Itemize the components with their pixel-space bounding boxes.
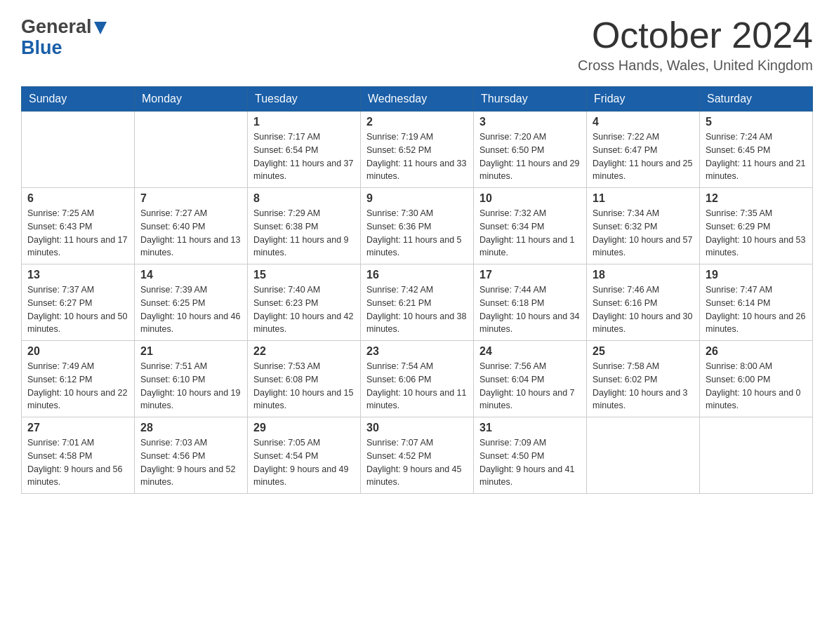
day-number: 15 bbox=[253, 269, 355, 281]
logo-general: General bbox=[21, 17, 92, 38]
day-number: 3 bbox=[479, 116, 581, 128]
calendar-cell: 25Sunrise: 7:58 AMSunset: 6:02 PMDayligh… bbox=[587, 341, 700, 417]
day-info: Sunrise: 7:25 AMSunset: 6:43 PMDaylight:… bbox=[27, 207, 128, 260]
calendar-cell: 18Sunrise: 7:46 AMSunset: 6:16 PMDayligh… bbox=[587, 264, 700, 341]
calendar-cell: 22Sunrise: 7:53 AMSunset: 6:08 PMDayligh… bbox=[248, 341, 361, 417]
calendar-cell: 24Sunrise: 7:56 AMSunset: 6:04 PMDayligh… bbox=[474, 341, 587, 417]
day-info: Sunrise: 7:35 AMSunset: 6:29 PMDaylight:… bbox=[706, 207, 807, 260]
calendar-cell bbox=[700, 417, 813, 494]
day-info: Sunrise: 7:42 AMSunset: 6:21 PMDaylight:… bbox=[366, 283, 468, 336]
calendar-week-row: 1Sunrise: 7:17 AMSunset: 6:54 PMDaylight… bbox=[22, 112, 813, 188]
day-number: 18 bbox=[593, 269, 694, 281]
calendar-cell: 4Sunrise: 7:22 AMSunset: 6:47 PMDaylight… bbox=[587, 112, 700, 188]
calendar-cell: 6Sunrise: 7:25 AMSunset: 6:43 PMDaylight… bbox=[22, 188, 135, 264]
day-number: 31 bbox=[479, 422, 581, 434]
day-number: 19 bbox=[706, 269, 807, 281]
day-number: 30 bbox=[366, 422, 468, 434]
logo-triangle-icon bbox=[94, 22, 107, 34]
calendar-week-row: 20Sunrise: 7:49 AMSunset: 6:12 PMDayligh… bbox=[22, 341, 813, 417]
day-info: Sunrise: 7:29 AMSunset: 6:38 PMDaylight:… bbox=[253, 207, 355, 260]
calendar-cell bbox=[22, 112, 135, 188]
day-info: Sunrise: 7:58 AMSunset: 6:02 PMDaylight:… bbox=[593, 360, 694, 412]
day-number: 23 bbox=[366, 345, 468, 358]
calendar-cell: 9Sunrise: 7:30 AMSunset: 6:36 PMDaylight… bbox=[361, 188, 474, 264]
day-number: 28 bbox=[140, 422, 241, 434]
day-info: Sunrise: 7:47 AMSunset: 6:14 PMDaylight:… bbox=[706, 283, 807, 336]
calendar-cell: 14Sunrise: 7:39 AMSunset: 6:25 PMDayligh… bbox=[135, 264, 248, 341]
calendar-cell: 26Sunrise: 8:00 AMSunset: 6:00 PMDayligh… bbox=[700, 341, 813, 417]
calendar-cell: 3Sunrise: 7:20 AMSunset: 6:50 PMDaylight… bbox=[474, 112, 587, 188]
day-number: 6 bbox=[27, 192, 128, 205]
day-info: Sunrise: 7:07 AMSunset: 4:52 PMDaylight:… bbox=[366, 436, 468, 489]
calendar-cell: 20Sunrise: 7:49 AMSunset: 6:12 PMDayligh… bbox=[22, 341, 135, 417]
day-info: Sunrise: 7:56 AMSunset: 6:04 PMDaylight:… bbox=[479, 360, 581, 412]
calendar-cell: 27Sunrise: 7:01 AMSunset: 4:58 PMDayligh… bbox=[22, 417, 135, 494]
location: Cross Hands, Wales, United Kingdom bbox=[578, 58, 813, 74]
day-info: Sunrise: 7:51 AMSunset: 6:10 PMDaylight:… bbox=[140, 360, 241, 412]
calendar-header-row: SundayMondayTuesdayWednesdayThursdayFrid… bbox=[22, 87, 813, 112]
calendar-cell: 23Sunrise: 7:54 AMSunset: 6:06 PMDayligh… bbox=[361, 341, 474, 417]
day-number: 2 bbox=[366, 116, 468, 128]
day-number: 5 bbox=[706, 116, 807, 128]
day-number: 12 bbox=[706, 192, 807, 205]
calendar-cell: 30Sunrise: 7:07 AMSunset: 4:52 PMDayligh… bbox=[361, 417, 474, 494]
calendar-cell: 16Sunrise: 7:42 AMSunset: 6:21 PMDayligh… bbox=[361, 264, 474, 341]
month-title: October 2024 bbox=[578, 17, 813, 53]
day-info: Sunrise: 7:34 AMSunset: 6:32 PMDaylight:… bbox=[593, 207, 694, 260]
day-info: Sunrise: 7:30 AMSunset: 6:36 PMDaylight:… bbox=[366, 207, 468, 260]
day-number: 14 bbox=[140, 269, 241, 281]
calendar-cell: 10Sunrise: 7:32 AMSunset: 6:34 PMDayligh… bbox=[474, 188, 587, 264]
day-info: Sunrise: 7:39 AMSunset: 6:25 PMDaylight:… bbox=[140, 283, 241, 336]
logo-blue: Blue bbox=[21, 38, 107, 59]
day-number: 22 bbox=[253, 345, 355, 358]
page-header: General Blue October 2024 Cross Hands, W… bbox=[21, 17, 813, 74]
day-number: 10 bbox=[479, 192, 581, 205]
calendar-cell: 19Sunrise: 7:47 AMSunset: 6:14 PMDayligh… bbox=[700, 264, 813, 341]
calendar-cell: 7Sunrise: 7:27 AMSunset: 6:40 PMDaylight… bbox=[135, 188, 248, 264]
calendar-cell: 1Sunrise: 7:17 AMSunset: 6:54 PMDaylight… bbox=[248, 112, 361, 188]
day-header-wednesday: Wednesday bbox=[361, 87, 474, 112]
calendar-week-row: 13Sunrise: 7:37 AMSunset: 6:27 PMDayligh… bbox=[22, 264, 813, 341]
day-number: 8 bbox=[253, 192, 355, 205]
logo: General Blue bbox=[21, 17, 107, 58]
day-info: Sunrise: 7:37 AMSunset: 6:27 PMDaylight:… bbox=[27, 283, 128, 336]
day-number: 9 bbox=[366, 192, 468, 205]
day-info: Sunrise: 7:54 AMSunset: 6:06 PMDaylight:… bbox=[366, 360, 468, 412]
calendar-cell bbox=[135, 112, 248, 188]
day-number: 21 bbox=[140, 345, 241, 358]
day-info: Sunrise: 7:24 AMSunset: 6:45 PMDaylight:… bbox=[706, 130, 807, 183]
day-info: Sunrise: 7:46 AMSunset: 6:16 PMDaylight:… bbox=[593, 283, 694, 336]
day-number: 1 bbox=[253, 116, 355, 128]
calendar-cell: 28Sunrise: 7:03 AMSunset: 4:56 PMDayligh… bbox=[135, 417, 248, 494]
day-info: Sunrise: 7:22 AMSunset: 6:47 PMDaylight:… bbox=[593, 130, 694, 183]
day-number: 7 bbox=[140, 192, 241, 205]
day-info: Sunrise: 7:03 AMSunset: 4:56 PMDaylight:… bbox=[140, 436, 241, 489]
day-number: 25 bbox=[593, 345, 694, 358]
day-number: 24 bbox=[479, 345, 581, 358]
day-number: 27 bbox=[27, 422, 128, 434]
svg-marker-0 bbox=[94, 22, 107, 34]
day-header-saturday: Saturday bbox=[700, 87, 813, 112]
day-header-monday: Monday bbox=[135, 87, 248, 112]
day-info: Sunrise: 7:05 AMSunset: 4:54 PMDaylight:… bbox=[253, 436, 355, 489]
day-info: Sunrise: 7:32 AMSunset: 6:34 PMDaylight:… bbox=[479, 207, 581, 260]
calendar-cell: 13Sunrise: 7:37 AMSunset: 6:27 PMDayligh… bbox=[22, 264, 135, 341]
calendar-cell: 12Sunrise: 7:35 AMSunset: 6:29 PMDayligh… bbox=[700, 188, 813, 264]
calendar-week-row: 6Sunrise: 7:25 AMSunset: 6:43 PMDaylight… bbox=[22, 188, 813, 264]
title-block: October 2024 Cross Hands, Wales, United … bbox=[578, 17, 813, 74]
calendar-cell: 21Sunrise: 7:51 AMSunset: 6:10 PMDayligh… bbox=[135, 341, 248, 417]
calendar-week-row: 27Sunrise: 7:01 AMSunset: 4:58 PMDayligh… bbox=[22, 417, 813, 494]
day-info: Sunrise: 8:00 AMSunset: 6:00 PMDaylight:… bbox=[706, 360, 807, 412]
day-header-sunday: Sunday bbox=[22, 87, 135, 112]
calendar-cell: 11Sunrise: 7:34 AMSunset: 6:32 PMDayligh… bbox=[587, 188, 700, 264]
day-number: 17 bbox=[479, 269, 581, 281]
calendar-cell: 2Sunrise: 7:19 AMSunset: 6:52 PMDaylight… bbox=[361, 112, 474, 188]
calendar-cell: 31Sunrise: 7:09 AMSunset: 4:50 PMDayligh… bbox=[474, 417, 587, 494]
calendar-cell: 29Sunrise: 7:05 AMSunset: 4:54 PMDayligh… bbox=[248, 417, 361, 494]
day-number: 16 bbox=[366, 269, 468, 281]
day-number: 29 bbox=[253, 422, 355, 434]
day-info: Sunrise: 7:19 AMSunset: 6:52 PMDaylight:… bbox=[366, 130, 468, 183]
day-header-tuesday: Tuesday bbox=[248, 87, 361, 112]
day-info: Sunrise: 7:27 AMSunset: 6:40 PMDaylight:… bbox=[140, 207, 241, 260]
day-number: 20 bbox=[27, 345, 128, 358]
